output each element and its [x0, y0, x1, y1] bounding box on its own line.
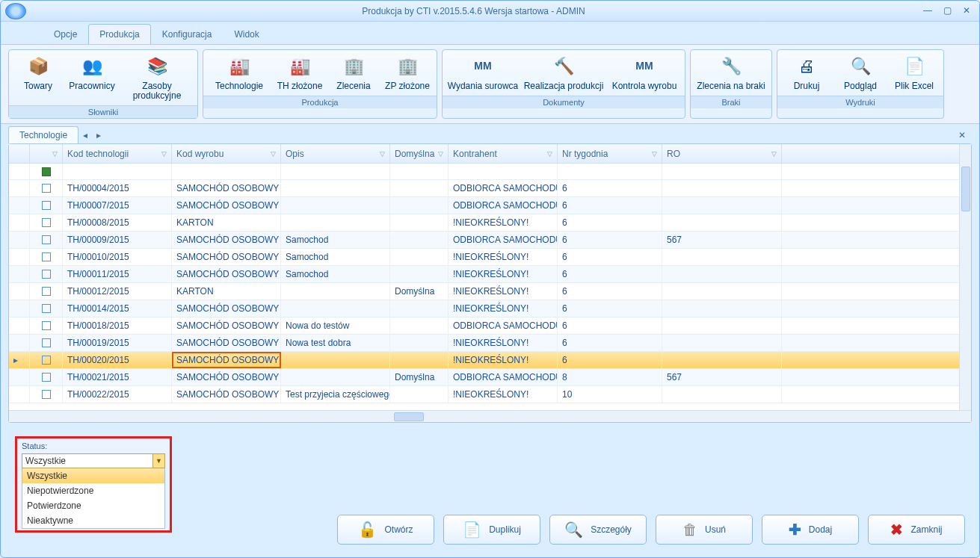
- table-row[interactable]: TH/00022/2015SAMOCHÓD OSOBOWY BTest przy…: [9, 386, 971, 403]
- grid-vertical-scrollbar[interactable]: [959, 144, 971, 410]
- table-row[interactable]: TH/00011/2015SAMOCHÓD OSOBOWY BSamochod!…: [9, 266, 971, 283]
- ribbon-caption: Braki: [691, 96, 771, 108]
- table-row[interactable]: ▸TH/00020/2015SAMOCHÓD OSOBOWY B!NIEOKRE…: [9, 352, 971, 369]
- grid-col-dom[interactable]: Domyślna▽: [390, 144, 449, 163]
- delete-button[interactable]: 🗑Usuń: [656, 515, 753, 545]
- grid-col-indicator[interactable]: [9, 144, 30, 163]
- table-row[interactable]: TH/00019/2015SAMOCHÓD OSOBOWY CNowa test…: [9, 335, 971, 352]
- grid-horizontal-scrollbar[interactable]: [9, 410, 971, 422]
- add-button[interactable]: ✚Dodaj: [762, 515, 859, 545]
- status-label: Status:: [22, 441, 165, 450]
- grid-body[interactable]: TH/00004/2015SAMOCHÓD OSOBOWY BODBIORCA …: [9, 180, 971, 410]
- table-row[interactable]: TH/00014/2015SAMOCHÓD OSOBOWY C!NIEOKREŚ…: [9, 300, 971, 317]
- menu-tab-konfiguracja[interactable]: Konfiguracja: [151, 24, 224, 44]
- status-panel: Status: Wszystkie ▼ Wszystkie Niepotwier…: [15, 436, 172, 533]
- workspace-scroll-right-icon[interactable]: ▸: [92, 127, 105, 143]
- row-checkbox[interactable]: [42, 270, 51, 279]
- cross-icon: ✖: [890, 521, 903, 539]
- grid-col-nr[interactable]: Nr tygodnia▽: [558, 144, 662, 163]
- filter-check-icon[interactable]: [42, 167, 51, 176]
- status-value: Wszystkie: [22, 456, 152, 466]
- zlecenia-icon: 🏢: [340, 55, 367, 78]
- ribbon-btn-zp-złożone[interactable]: 🏢ZP złożone: [381, 52, 434, 94]
- grid-col-ro[interactable]: RO▽: [662, 144, 782, 163]
- ribbon-btn-zlecenia[interactable]: 🏢Zlecenia: [327, 52, 380, 94]
- table-row[interactable]: TH/00010/2015SAMOCHÓD OSOBOWY BSamochod!…: [9, 249, 971, 266]
- row-checkbox[interactable]: [42, 373, 51, 382]
- details-button[interactable]: 🔍Szczegóły: [549, 515, 647, 545]
- titlebar: Produkcja by CTI v.2015.5.4.6 Wersja sta…: [1, 1, 979, 22]
- ribbon-btn-th-złożone[interactable]: 🏭TH złożone: [274, 52, 326, 94]
- menu-tab-produkcja[interactable]: Produkcja: [88, 24, 150, 44]
- row-checkbox[interactable]: [42, 184, 51, 193]
- workspace-scroll-left-icon[interactable]: ◂: [78, 127, 92, 143]
- th-złożone-icon: 🏭: [286, 55, 313, 78]
- status-combobox[interactable]: Wszystkie ▼: [22, 453, 165, 468]
- ribbon-btn-drukuj[interactable]: 🖨Drukuj: [780, 52, 833, 94]
- row-checkbox[interactable]: [42, 321, 51, 330]
- row-checkbox[interactable]: [42, 304, 51, 313]
- grid-col-check[interactable]: ▽: [30, 144, 63, 163]
- grid-col-kontr[interactable]: Kontrahent▽: [449, 144, 558, 163]
- close-button[interactable]: ✖Zamknij: [868, 515, 965, 545]
- pracownicy-icon: 👥: [78, 55, 105, 78]
- zlecenia-na-braki-icon: 🔧: [718, 55, 745, 78]
- row-checkbox[interactable]: [42, 356, 51, 365]
- table-row[interactable]: TH/00021/2015SAMOCHÓD OSOBOWY BDomyślnaO…: [9, 369, 971, 386]
- row-checkbox[interactable]: [42, 338, 51, 347]
- grid-col-opis[interactable]: Opis▽: [281, 144, 390, 163]
- ribbon-btn-zasoby-produkcyjne[interactable]: 📚Zasoby produkcyjne: [120, 52, 194, 104]
- row-checkbox[interactable]: [42, 218, 51, 227]
- technologie-icon: 🏭: [226, 55, 253, 78]
- grid-col-spacer: [782, 144, 971, 163]
- ribbon-btn-realizacja-produkcji[interactable]: 🔨Realizacja produkcji: [522, 52, 605, 94]
- ribbon-group-2: MMWydania surowca🔨Realizacja produkcjiMM…: [442, 49, 685, 119]
- table-row[interactable]: TH/00012/2015KARTONDomyślna!NIEOKREŚLONY…: [9, 283, 971, 300]
- chevron-down-icon[interactable]: ▼: [152, 454, 164, 468]
- row-checkbox[interactable]: [42, 235, 51, 244]
- open-button[interactable]: 🔓Otwórz: [337, 515, 434, 545]
- maximize-icon[interactable]: ▢: [939, 5, 955, 17]
- table-row[interactable]: TH/00008/2015KARTON!NIEOKREŚLONY!6: [9, 214, 971, 232]
- status-option-potwierdzone[interactable]: Potwierdzone: [22, 498, 164, 513]
- window-title: Produkcja by CTI v.2015.5.4.6 Wersja sta…: [31, 6, 916, 16]
- ribbon-btn-technologie[interactable]: 🏭Technologie: [206, 52, 272, 94]
- status-option-niepotwierdzone[interactable]: Niepotwierdzone: [22, 483, 164, 498]
- kontrola-wyrobu-icon: MM: [631, 55, 658, 78]
- row-checkbox[interactable]: [42, 201, 51, 210]
- status-option-wszystkie[interactable]: Wszystkie: [22, 468, 164, 483]
- ribbon-group-3: 🔧Zlecenia na brakiBraki: [690, 49, 772, 119]
- grid-filter-row[interactable]: [9, 164, 971, 180]
- ribbon-btn-pracownicy[interactable]: 👥Pracownicy: [66, 52, 118, 104]
- table-row[interactable]: TH/00004/2015SAMOCHÓD OSOBOWY BODBIORCA …: [9, 180, 971, 197]
- row-checkbox[interactable]: [42, 252, 51, 261]
- ribbon-caption: Wydruki: [777, 96, 943, 108]
- close-window-icon[interactable]: ✕: [958, 5, 975, 17]
- ribbon-btn-plik-excel[interactable]: 📄Plik Excel: [888, 52, 940, 94]
- plik-excel-icon: 📄: [901, 55, 928, 78]
- table-row[interactable]: TH/00009/2015SAMOCHÓD OSOBOWY BSamochodO…: [9, 232, 971, 249]
- ribbon-btn-kontrola-wyrobu[interactable]: MMKontrola wyrobu: [607, 52, 682, 94]
- workspace-tab-technologie[interactable]: Technologie: [8, 126, 78, 143]
- minimize-icon[interactable]: —: [919, 5, 936, 17]
- status-option-nieaktywne[interactable]: Nieaktywne: [22, 513, 164, 528]
- row-checkbox[interactable]: [42, 287, 51, 296]
- table-row[interactable]: TH/00018/2015SAMOCHÓD OSOBOWY CNowa do t…: [9, 317, 971, 335]
- document-copy-icon: 📄: [463, 521, 481, 539]
- row-checkbox[interactable]: [42, 390, 51, 399]
- ribbon-btn-wydania-surowca[interactable]: MMWydania surowca: [446, 52, 520, 94]
- ribbon-btn-towary[interactable]: 📦Towary: [12, 52, 64, 104]
- grid-col-wyrob[interactable]: Kod wyrobu▽: [172, 144, 281, 163]
- menu-tab-widok[interactable]: Widok: [223, 24, 270, 44]
- ribbon-btn-zlecenia-na-braki[interactable]: 🔧Zlecenia na braki: [694, 52, 768, 94]
- lock-open-icon: 🔓: [358, 521, 377, 539]
- workspace-close-icon[interactable]: ✕: [952, 127, 972, 143]
- ribbon-btn-podgląd[interactable]: 🔍Podgląd: [834, 52, 887, 94]
- menu-tab-opcje[interactable]: Opcje: [43, 24, 88, 44]
- duplicate-button[interactable]: 📄Duplikuj: [443, 515, 540, 545]
- grid-col-kod[interactable]: Kod technologii▽: [63, 144, 172, 163]
- table-row[interactable]: TH/00007/2015SAMOCHÓD OSOBOWY BODBIORCA …: [9, 197, 971, 214]
- ribbon-caption: Słowniki: [9, 105, 197, 118]
- ribbon-group-0: 📦Towary👥Pracownicy📚Zasoby produkcyjneSło…: [8, 49, 198, 119]
- drukuj-icon: 🖨: [793, 55, 820, 78]
